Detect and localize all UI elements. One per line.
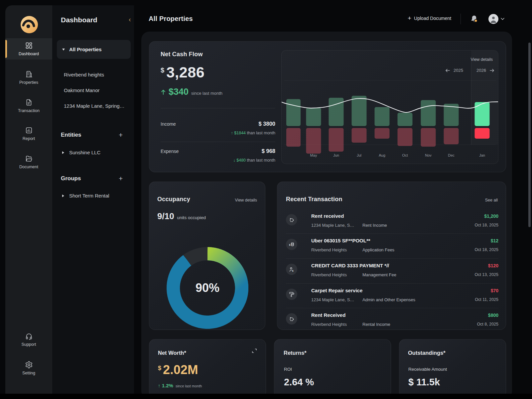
expense-value: $ 968 — [262, 148, 275, 154]
building-icon — [25, 70, 33, 78]
sidebar-item-property[interactable]: Oakmont Manor — [64, 87, 100, 93]
year-next-control[interactable]: 2026 — [476, 68, 494, 73]
transaction-amount: $70 — [491, 288, 498, 293]
bar-income-Jul — [352, 96, 367, 126]
arrow-left-icon — [445, 68, 450, 73]
sidebar-item-group[interactable]: Short Term Rental — [62, 193, 109, 199]
transaction-date: Oct 13, 2025 — [474, 272, 498, 277]
bottom-crop-strip — [0, 394, 532, 399]
scrollbar-thumb[interactable] — [528, 43, 531, 227]
notifications-button[interactable] — [469, 14, 479, 24]
year-prev-control[interactable]: 2025 — [445, 68, 463, 73]
row-divider — [286, 308, 498, 308]
piggy-bank-icon — [289, 316, 295, 322]
view-details-link[interactable]: View details — [235, 198, 257, 202]
sidebar-item-label: Setting — [22, 371, 35, 375]
bar-income-Jan — [475, 102, 490, 126]
net-cash-flow-delta: $340 since last month — [161, 87, 222, 97]
bar-expense-Jan — [475, 128, 490, 139]
year-next-label: 2026 — [476, 68, 486, 73]
cash-flow-chart: MayJunJulAugOctNovDecJan — [282, 51, 498, 164]
transaction-icon-bubble: $ — [286, 264, 297, 275]
property-selector[interactable]: All Properties — [57, 40, 131, 59]
transaction-title: Carpet Repair service — [311, 288, 362, 293]
svg-text:$: $ — [292, 269, 293, 272]
transaction-property: 1234 Maple Lane, S… — [311, 223, 354, 228]
property-selector-label: All Properties — [69, 47, 102, 52]
folder-open-icon — [25, 155, 33, 163]
expand-icon[interactable] — [251, 347, 258, 355]
sidebar-item-label: Report — [23, 136, 35, 141]
transaction-icon-bubble — [286, 214, 297, 225]
bar-income-apr — [286, 99, 301, 126]
bar-income-May — [306, 108, 321, 126]
sidebar-item-entity[interactable]: Sunshine LLC — [62, 150, 100, 155]
transaction-row[interactable]: Carpet Repair service 1234 Maple Lane, S… — [286, 288, 498, 308]
x-tick-label: Jul — [357, 153, 361, 157]
sidebar-item-document[interactable]: Document — [5, 155, 52, 169]
sidebar-item-label: Support — [22, 342, 36, 347]
card-title: Returns* — [284, 350, 307, 356]
collapse-panel-button[interactable]: ‹ — [129, 16, 131, 23]
sidebar-item-setting[interactable]: Setting — [5, 361, 52, 375]
bar-expense-Dec — [444, 128, 459, 144]
bar-expense-apr — [286, 128, 301, 147]
card-title: Net Cash Flow — [161, 51, 203, 58]
value: 3,286 — [166, 65, 204, 80]
roi-value: 2.64 % — [284, 377, 314, 388]
net-worth-delta: ↑ 1.2% — [158, 383, 173, 388]
coins-icon: $ — [289, 241, 295, 248]
sidebar-item-label: Transaction — [18, 108, 40, 113]
transaction-category: Rental Income — [362, 322, 390, 327]
transaction-date: Oct 8, 2025 — [477, 322, 498, 327]
transaction-row[interactable]: $ CREDIT CARD 3333 PAYMENT *// Riverbend… — [286, 263, 498, 283]
transaction-title: Uber 063015 SF**POOL** — [311, 238, 370, 243]
recent-transaction-card: Recent Transaction See all Rent received… — [277, 182, 506, 330]
transaction-property: 1234 Maple Lane, S… — [311, 297, 354, 302]
receivable-value: $ 11.5k — [408, 377, 440, 388]
user-menu[interactable] — [488, 14, 504, 24]
year-prev-label: 2025 — [454, 68, 463, 73]
divider — [161, 142, 275, 142]
roi-label: ROI — [284, 367, 292, 372]
transaction-row[interactable]: $ Uber 063015 SF**POOL** Riverbend Heigh… — [286, 238, 498, 258]
transaction-property: Riverbend Heights — [311, 322, 347, 327]
see-all-link[interactable]: See all — [485, 198, 498, 202]
sidebar-item-property[interactable]: 1234 Maple Lane, Spring… — [64, 103, 125, 109]
sidebar-item-report[interactable]: Report — [5, 126, 52, 141]
sidebar-item-dashboard[interactable]: Dashboard — [5, 42, 52, 56]
x-tick-label: Jun — [333, 153, 339, 157]
entity-label: Sunshine LLC — [69, 150, 100, 155]
transaction-icon-bubble — [286, 313, 297, 325]
add-group-button[interactable]: + — [119, 175, 123, 182]
bell-icon — [469, 14, 479, 24]
page-title: All Properties — [149, 15, 193, 23]
view-details-link[interactable]: View details — [471, 57, 493, 62]
transaction-property: Riverbend Heights — [311, 247, 347, 252]
sidebar-item-support[interactable]: Support — [5, 332, 52, 347]
secondary-sidebar: Dashboard ‹ All Properties Riverbend hei… — [52, 5, 134, 394]
add-entity-button[interactable]: + — [119, 131, 123, 138]
x-tick-label: May — [310, 153, 317, 157]
transaction-row[interactable]: Rent received 1234 Maple Lane, S… Rent I… — [286, 213, 498, 234]
sidebar-item-property[interactable]: Riverbend heights — [64, 72, 104, 77]
upload-document-button[interactable]: + Upload Document — [408, 15, 451, 22]
transaction-category: Management Fee — [362, 272, 396, 277]
x-tick-label: Jan — [479, 153, 485, 157]
row-divider — [286, 283, 498, 284]
bar-expense-May — [306, 128, 321, 154]
chevron-right-icon — [62, 195, 64, 197]
row-divider — [286, 258, 498, 259]
panel-title: Dashboard — [61, 16, 97, 24]
sidebar-item-properties[interactable]: Properties — [5, 70, 52, 85]
expense-delta-caption: than last month — [247, 158, 275, 163]
transaction-row[interactable]: Rent Received Riverbend Heights Rental I… — [286, 312, 498, 333]
occupancy-caption: units occupied — [177, 215, 206, 220]
section-title-entities: Entities — [61, 132, 81, 138]
user-dollar-icon: $ — [289, 266, 295, 273]
sidebar-item-transaction[interactable]: Transaction — [5, 98, 52, 113]
transaction-icon-bubble: $ — [286, 239, 297, 250]
avatar — [488, 14, 498, 24]
transaction-category: Admin and Other Expenses — [362, 297, 415, 302]
arrow-up-icon — [161, 89, 166, 95]
